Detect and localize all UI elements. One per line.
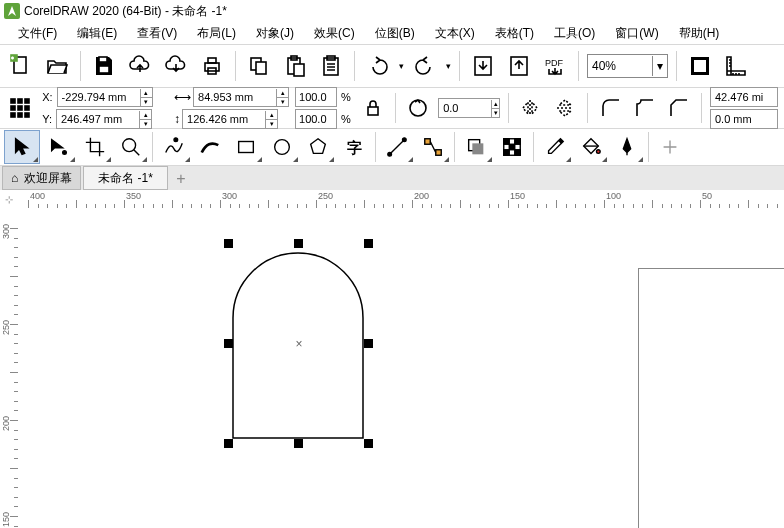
- svg-text:字: 字: [347, 139, 362, 156]
- shape-tool[interactable]: [42, 131, 76, 163]
- mirror-h-button[interactable]: [517, 93, 545, 123]
- eyedropper-tool[interactable]: [538, 131, 572, 163]
- outline-pen-tool[interactable]: [610, 131, 644, 163]
- svg-rect-22: [11, 106, 15, 110]
- separator: [578, 51, 579, 81]
- tab-document[interactable]: 未命名 -1*: [83, 166, 168, 190]
- artistic-media-tool[interactable]: [193, 131, 227, 163]
- ruler-origin[interactable]: ⊹: [0, 190, 19, 209]
- add-tool[interactable]: [653, 131, 687, 163]
- corner-round-button[interactable]: [596, 93, 624, 123]
- selection-handle[interactable]: [294, 239, 303, 248]
- connector-tool[interactable]: [416, 131, 450, 163]
- outline-width-input[interactable]: [711, 89, 777, 105]
- width-input[interactable]: [194, 89, 276, 105]
- standard-toolbar: ▾ ▾ PDF ▾: [0, 44, 784, 88]
- ellipse-tool[interactable]: [265, 131, 299, 163]
- selection-handle[interactable]: [224, 239, 233, 248]
- open-button[interactable]: [42, 51, 72, 81]
- rulers-button[interactable]: [721, 51, 751, 81]
- menu-file[interactable]: 文件(F): [8, 23, 67, 44]
- fullscreen-button[interactable]: [685, 51, 715, 81]
- menu-bitmap[interactable]: 位图(B): [365, 23, 425, 44]
- menu-effect[interactable]: 效果(C): [304, 23, 365, 44]
- chevron-down-icon[interactable]: ▾: [652, 56, 667, 76]
- selection-handle[interactable]: [294, 439, 303, 448]
- separator: [533, 132, 534, 162]
- zoom-input[interactable]: [588, 56, 652, 76]
- svg-rect-45: [515, 150, 521, 156]
- pdf-button[interactable]: PDF: [540, 51, 570, 81]
- print-button[interactable]: [197, 51, 227, 81]
- rotation-input[interactable]: [439, 100, 491, 116]
- new-button[interactable]: [6, 51, 36, 81]
- scale-y-input[interactable]: [296, 111, 336, 127]
- zoom-tool[interactable]: [114, 131, 148, 163]
- separator: [395, 93, 396, 123]
- transparency-tool[interactable]: [495, 131, 529, 163]
- scale-x-input[interactable]: [296, 89, 336, 105]
- polygon-tool[interactable]: [301, 131, 335, 163]
- import-button[interactable]: [468, 51, 498, 81]
- menu-text[interactable]: 文本(X): [425, 23, 485, 44]
- y-input[interactable]: [57, 111, 139, 127]
- cloud-upload-button[interactable]: [125, 51, 155, 81]
- outline-offset-input[interactable]: [711, 111, 777, 127]
- height-input[interactable]: [183, 111, 265, 127]
- vertical-ruler[interactable]: 300250200150: [0, 208, 19, 528]
- svg-rect-19: [11, 99, 15, 103]
- paste-button[interactable]: [280, 51, 310, 81]
- selection-handle[interactable]: [364, 439, 373, 448]
- corner-scallop-button[interactable]: [631, 93, 659, 123]
- mirror-v-button[interactable]: [551, 93, 579, 123]
- tab-welcome[interactable]: ⌂ 欢迎屏幕: [2, 166, 81, 190]
- svg-rect-21: [25, 99, 29, 103]
- dropdown-icon[interactable]: ▾: [446, 61, 451, 71]
- rectangle-tool[interactable]: [229, 131, 263, 163]
- menu-edit[interactable]: 编辑(E): [67, 23, 127, 44]
- canvas[interactable]: ×: [18, 208, 784, 528]
- tab-label: 欢迎屏幕: [24, 170, 72, 187]
- selection-handle[interactable]: [224, 339, 233, 348]
- menu-window[interactable]: 窗口(W): [605, 23, 668, 44]
- svg-rect-8: [256, 62, 266, 74]
- redo-button[interactable]: [410, 51, 440, 81]
- app-title: CorelDRAW 2020 (64-Bit) - 未命名 -1*: [24, 3, 227, 20]
- svg-rect-18: [694, 60, 706, 72]
- add-tab-button[interactable]: +: [170, 168, 192, 190]
- clipboard-button[interactable]: [316, 51, 346, 81]
- menu-table[interactable]: 表格(T): [485, 23, 544, 44]
- save-button[interactable]: [89, 51, 119, 81]
- x-label: X:: [40, 91, 54, 103]
- zoom-combo[interactable]: ▾: [587, 54, 668, 78]
- fill-tool[interactable]: [574, 131, 608, 163]
- cloud-download-button[interactable]: [161, 51, 191, 81]
- dimension-tool[interactable]: [380, 131, 414, 163]
- drop-shadow-tool[interactable]: [459, 131, 493, 163]
- separator: [701, 93, 702, 123]
- x-input[interactable]: [58, 89, 140, 105]
- crop-tool[interactable]: [78, 131, 112, 163]
- text-tool[interactable]: 字: [337, 131, 371, 163]
- svg-rect-4: [205, 63, 219, 71]
- selection-handle[interactable]: [364, 339, 373, 348]
- svg-rect-3: [99, 66, 109, 73]
- selection-handle[interactable]: [224, 439, 233, 448]
- horizontal-ruler[interactable]: 400350300250200150100500: [18, 190, 784, 209]
- menu-view[interactable]: 查看(V): [127, 23, 187, 44]
- undo-button[interactable]: [363, 51, 393, 81]
- svg-point-32: [174, 138, 178, 142]
- menu-help[interactable]: 帮助(H): [669, 23, 730, 44]
- selection-handle[interactable]: [364, 239, 373, 248]
- menu-layout[interactable]: 布局(L): [187, 23, 246, 44]
- menu-tool[interactable]: 工具(O): [544, 23, 605, 44]
- corner-chamfer-button[interactable]: [665, 93, 693, 123]
- copy-button[interactable]: [244, 51, 274, 81]
- dropdown-icon[interactable]: ▾: [399, 61, 404, 71]
- lock-ratio-button[interactable]: [359, 93, 387, 123]
- freehand-tool[interactable]: [157, 131, 191, 163]
- export-button[interactable]: [504, 51, 534, 81]
- separator: [454, 132, 455, 162]
- pick-tool[interactable]: [4, 130, 40, 164]
- menu-object[interactable]: 对象(J): [246, 23, 304, 44]
